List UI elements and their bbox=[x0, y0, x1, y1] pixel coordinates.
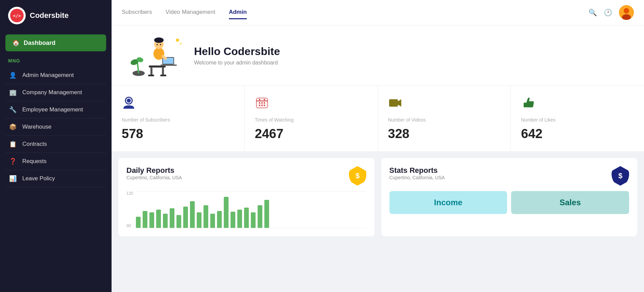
svg-point-26 bbox=[259, 99, 260, 100]
svg-point-20 bbox=[180, 43, 182, 45]
sidebar-item-label: Requests bbox=[22, 158, 47, 165]
chart-bar bbox=[251, 212, 256, 228]
svg-rect-7 bbox=[160, 75, 166, 76]
svg-point-11 bbox=[157, 44, 158, 45]
chart-bar bbox=[264, 200, 269, 228]
svg-point-31 bbox=[259, 105, 260, 106]
svg-point-27 bbox=[264, 99, 265, 100]
svg-point-19 bbox=[176, 38, 179, 42]
sidebar-item-company-management[interactable]: 🏢 Company Management bbox=[5, 84, 106, 101]
chart-bar bbox=[197, 212, 201, 228]
clock-icon[interactable]: 🕐 bbox=[604, 8, 612, 17]
income-card: Income bbox=[389, 191, 507, 214]
svg-rect-15 bbox=[161, 64, 177, 66]
admin-icon: 👤 bbox=[8, 72, 18, 79]
svg-rect-36 bbox=[524, 103, 526, 107]
daily-reports-header: Daily Reports Cupertino, California, USA… bbox=[126, 166, 366, 186]
sidebar: </> Codersbite 🏠 Dashboard MNG 👤 Admin M… bbox=[0, 0, 112, 292]
stats-reports-subtitle: Cupertino, California, USA bbox=[389, 175, 445, 180]
chart-bar bbox=[183, 207, 188, 228]
stat-card-likes: Number of Likes 642 bbox=[511, 86, 644, 151]
sidebar-item-dashboard[interactable]: 🏠 Dashboard bbox=[5, 34, 106, 51]
svg-point-10 bbox=[154, 37, 164, 43]
tab-admin[interactable]: Admin bbox=[229, 6, 247, 19]
chart-bar bbox=[224, 197, 229, 228]
chart-bar bbox=[190, 201, 195, 228]
likes-icon bbox=[521, 96, 634, 113]
requests-icon: ❓ bbox=[8, 158, 18, 165]
content-area: Hello Codersbite Welcome to your admin d… bbox=[112, 25, 644, 292]
svg-point-22 bbox=[127, 99, 131, 103]
logo-circle: </> bbox=[8, 7, 26, 24]
sidebar-item-warehouse[interactable]: 📦 Warehouse bbox=[5, 118, 106, 136]
hero-subtitle: Welcome to your admin dashboard bbox=[194, 60, 280, 66]
stats-reports-title: Stats Reports bbox=[389, 166, 445, 175]
chart-bar bbox=[176, 215, 181, 228]
stat-value-watching: 2467 bbox=[255, 127, 367, 141]
daily-reports-subtitle: Cupertino, California, USA bbox=[126, 175, 182, 180]
svg-point-30 bbox=[264, 102, 265, 104]
chart-bar bbox=[237, 210, 242, 228]
svg-point-1 bbox=[624, 8, 629, 14]
sales-card: Sales bbox=[511, 191, 629, 214]
chart-bars bbox=[136, 191, 366, 228]
tab-video-management[interactable]: Video Management bbox=[166, 6, 215, 19]
svg-point-29 bbox=[261, 102, 263, 104]
sidebar-item-requests[interactable]: ❓ Requests bbox=[5, 153, 106, 170]
chart-bar bbox=[136, 217, 141, 228]
chart-y-labels: 120 90 bbox=[126, 191, 136, 228]
svg-rect-6 bbox=[148, 75, 154, 76]
stats-reports-card: Stats Reports Cupertino, California, USA… bbox=[381, 158, 638, 236]
tab-subscribers[interactable]: Subscribers bbox=[122, 6, 152, 19]
stat-label-subscribers: Number of Subscribers bbox=[122, 117, 234, 123]
stats-grid: Number of Subscribers 578 bbox=[112, 85, 644, 151]
header: Subscribers Video Management Admin 🔍 🕐 bbox=[112, 0, 644, 25]
sidebar-item-label: Contracts bbox=[22, 141, 47, 148]
subscriber-icon bbox=[122, 96, 234, 113]
avatar[interactable] bbox=[619, 5, 634, 20]
svg-rect-34 bbox=[389, 99, 398, 107]
chart-bar bbox=[231, 212, 235, 228]
chart-bar bbox=[244, 208, 249, 228]
sales-label: Sales bbox=[559, 198, 581, 207]
stat-value-subscribers: 578 bbox=[122, 127, 234, 141]
daily-reports-title: Daily Reports bbox=[126, 166, 182, 175]
sidebar-item-leave-policy[interactable]: 📊 Leave Policy bbox=[5, 170, 106, 187]
chart-bar bbox=[170, 208, 174, 228]
svg-point-28 bbox=[259, 102, 260, 104]
header-actions: 🔍 🕐 bbox=[589, 5, 634, 20]
chart-bar bbox=[204, 205, 208, 228]
hero-greeting: Hello Codersbite bbox=[194, 45, 280, 58]
mng-section-label: MNG bbox=[5, 58, 106, 63]
logo-icon: </> bbox=[10, 9, 24, 22]
sidebar-logo: </> Codersbite bbox=[0, 0, 112, 31]
stats-sub-grid: Income Sales bbox=[389, 191, 629, 214]
daily-reports-title-group: Daily Reports Cupertino, California, USA bbox=[126, 166, 182, 180]
bottom-grid: Daily Reports Cupertino, California, USA… bbox=[112, 151, 644, 243]
sidebar-item-contracts[interactable]: 📋 Contracts bbox=[5, 136, 106, 153]
income-label: Income bbox=[434, 198, 462, 207]
svg-point-33 bbox=[264, 105, 265, 106]
stats-reports-title-group: Stats Reports Cupertino, California, USA bbox=[389, 166, 445, 180]
sidebar-item-label: Leave Policy bbox=[22, 175, 55, 182]
daily-reports-card: Daily Reports Cupertino, California, USA… bbox=[118, 158, 375, 236]
sidebar-item-admin-management[interactable]: 👤 Admin Management bbox=[5, 67, 106, 84]
stats-reports-header: Stats Reports Cupertino, California, USA… bbox=[389, 166, 629, 186]
stat-card-subscribers: Number of Subscribers 578 bbox=[112, 86, 245, 151]
contracts-icon: 📋 bbox=[8, 140, 18, 148]
sidebar-item-employee-management[interactable]: 🔧 Employee Management bbox=[5, 101, 106, 118]
sidebar-item-label: Admin Management bbox=[22, 72, 74, 79]
sidebar-item-label: Company Management bbox=[22, 89, 82, 96]
search-icon[interactable]: 🔍 bbox=[589, 8, 597, 17]
video-icon bbox=[388, 96, 501, 113]
sidebar-item-label: Warehouse bbox=[22, 124, 51, 130]
sidebar-nav: 🏠 Dashboard MNG 👤 Admin Management 🏢 Com… bbox=[0, 31, 112, 292]
chart-bar bbox=[149, 212, 154, 228]
chart-bar bbox=[143, 211, 147, 228]
stats-reports-badge: $ bbox=[612, 166, 629, 186]
header-tabs: Subscribers Video Management Admin bbox=[122, 6, 589, 19]
hero-banner: Hello Codersbite Welcome to your admin d… bbox=[112, 25, 644, 85]
svg-point-12 bbox=[160, 44, 161, 45]
company-icon: 🏢 bbox=[8, 89, 18, 96]
stat-label-watching: Times of Watching bbox=[255, 117, 367, 123]
